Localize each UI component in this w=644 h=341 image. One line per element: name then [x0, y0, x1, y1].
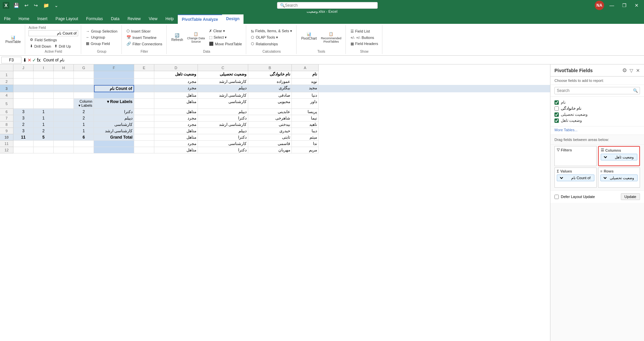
cell-b6[interactable]: عابدینی [248, 109, 292, 115]
cell-c5[interactable]: کارشناسی [198, 99, 248, 109]
recommended-pivottables-btn[interactable]: 📋 RecommendedPivotTables [320, 31, 343, 44]
cell-f8-label[interactable]: کارشناسی [94, 121, 134, 128]
defer-checkbox[interactable] [554, 195, 559, 199]
cell-g9-motahed[interactable]: 1 [74, 128, 94, 134]
tab-data[interactable]: Data [107, 14, 123, 24]
col-header-a[interactable]: A [292, 64, 319, 71]
olap-tools-btn[interactable]: ⬡ OLAP Tools ▾ [250, 35, 293, 40]
minimize-btn[interactable]: — [607, 1, 617, 9]
cell-h9[interactable] [54, 128, 74, 134]
cell-e8[interactable] [134, 121, 154, 128]
cell-b8[interactable]: بیدختی [248, 121, 292, 128]
cell-g1[interactable] [74, 71, 94, 79]
cell-h3[interactable] [54, 85, 74, 92]
insert-timeline-btn[interactable]: 📅 Insert Timeline [125, 35, 164, 40]
cell-i2[interactable] [34, 79, 54, 85]
cell-b12[interactable]: مهربان [248, 147, 292, 153]
col-header-d[interactable]: D [154, 64, 198, 71]
tab-page-layout[interactable]: Page Layout [51, 14, 82, 24]
cell-a3[interactable]: مجید [292, 85, 319, 92]
cell-c2[interactable]: کارشناسی ارشد [198, 79, 248, 85]
cell-b10[interactable]: ثابتی [248, 134, 292, 141]
tab-pivottable-analyze[interactable]: PivotTable Analyze [178, 14, 222, 24]
cell-b7[interactable]: شاهرخی [248, 115, 292, 121]
cell-c8[interactable]: کارشناسی ارشد [198, 121, 248, 128]
cell-g6-motahed[interactable]: 2 [74, 109, 94, 115]
cell-e9[interactable] [134, 128, 154, 134]
cell-j5[interactable] [13, 99, 34, 109]
formula-input[interactable] [42, 58, 643, 62]
cell-g8-motahed[interactable]: 1 [74, 121, 94, 128]
cell-g7-motahed[interactable]: 2 [74, 115, 94, 121]
cell-h6[interactable] [54, 109, 74, 115]
cell-d6[interactable]: متاهل [154, 109, 198, 115]
cell-e3[interactable] [134, 85, 154, 92]
cell-e6[interactable] [134, 109, 154, 115]
cell-j1[interactable] [13, 71, 34, 79]
tab-file[interactable]: File [0, 14, 14, 24]
field-checkbox-education[interactable] [554, 112, 559, 117]
cell-i4[interactable] [34, 92, 54, 99]
panel-collapse-icon[interactable]: ▽ [630, 68, 633, 73]
cell-d4[interactable]: متاهل [154, 92, 198, 99]
cell-d1[interactable]: وضعیت تاهل [154, 71, 198, 79]
relationships-btn[interactable]: ⬡ Relationships [250, 41, 293, 47]
close-btn[interactable]: ✕ [632, 1, 641, 9]
cell-j8-total[interactable]: 2 [13, 121, 34, 128]
cell-i3[interactable] [34, 85, 54, 92]
cell-c11[interactable]: کارشناسی [198, 141, 248, 147]
cell-ref-box[interactable] [1, 57, 21, 63]
cell-g2[interactable] [74, 79, 94, 85]
move-pivottable-btn[interactable]: ⬛ Move PivotTable [208, 41, 244, 47]
cell-h2[interactable] [54, 79, 74, 85]
cell-c3[interactable]: دیپلم [198, 85, 248, 92]
cell-d3[interactable]: مجرد [154, 85, 198, 92]
redo-qat-btn[interactable]: ↪ [33, 2, 39, 9]
cell-h11[interactable] [54, 141, 74, 147]
change-data-source-btn[interactable]: 📋 Change DataSource [186, 31, 206, 44]
cell-g5-colLabels[interactable]: Column Labels ▾ [74, 99, 94, 109]
cell-g12[interactable] [74, 147, 94, 153]
col-header-e[interactable]: E [134, 64, 154, 71]
group-field-btn[interactable]: ▦ Group Field [85, 41, 119, 46]
cell-d9[interactable]: متاهل [154, 128, 198, 134]
cell-f12[interactable] [94, 147, 134, 153]
cell-c7[interactable]: دکترا [198, 115, 248, 121]
cell-a10[interactable]: میثم [292, 134, 319, 141]
cell-d10[interactable]: متاهل [154, 134, 198, 141]
cell-c1[interactable]: وضعیت تحصیلی [198, 71, 248, 79]
cell-d12[interactable]: متاهل [154, 147, 198, 153]
cell-b4[interactable]: صادقی [248, 92, 292, 99]
cell-b1[interactable]: نام خانوادگی [248, 71, 292, 79]
field-checkbox-family-name[interactable] [554, 106, 559, 111]
cell-e12[interactable] [134, 147, 154, 153]
cell-b11[interactable]: قاسمی [248, 141, 292, 147]
col-header-h[interactable]: H [54, 64, 74, 71]
rows-field-select[interactable]: وضعیت تحصیلی [603, 176, 636, 180]
cell-f9-label[interactable]: کارشناسی ارشد [94, 128, 134, 134]
cell-a11[interactable]: ندا [292, 141, 319, 147]
cell-j11[interactable] [13, 141, 34, 147]
cell-h5[interactable] [54, 99, 74, 109]
cell-g3[interactable] [74, 85, 94, 92]
tab-help[interactable]: Help [161, 14, 178, 24]
user-avatar[interactable]: NA [595, 1, 604, 10]
save-qat-btn[interactable]: 💾 [12, 2, 20, 9]
cell-e1[interactable] [134, 71, 154, 79]
cell-c10[interactable]: دکترا [198, 134, 248, 141]
cell-a2[interactable]: نوید [292, 79, 319, 85]
cell-h1[interactable] [54, 71, 74, 79]
cell-d8[interactable]: مجرد [154, 121, 198, 128]
cell-b5[interactable]: محبوبی [248, 99, 292, 109]
tab-design[interactable]: Design [222, 14, 244, 24]
panel-close-icon[interactable]: ✕ [636, 68, 640, 73]
title-search-input[interactable] [285, 3, 375, 8]
tab-formulas[interactable]: Formulas [82, 14, 107, 24]
ungroup-btn[interactable]: ← Ungroup [85, 35, 119, 40]
cell-e5[interactable] [134, 99, 154, 109]
cell-h8[interactable] [54, 121, 74, 128]
cell-a9[interactable]: دیبا [292, 128, 319, 134]
cell-i1[interactable] [34, 71, 54, 79]
insert-slicer-btn[interactable]: ⬡ Insert Slicer [125, 28, 164, 34]
cell-g4[interactable] [74, 92, 94, 99]
